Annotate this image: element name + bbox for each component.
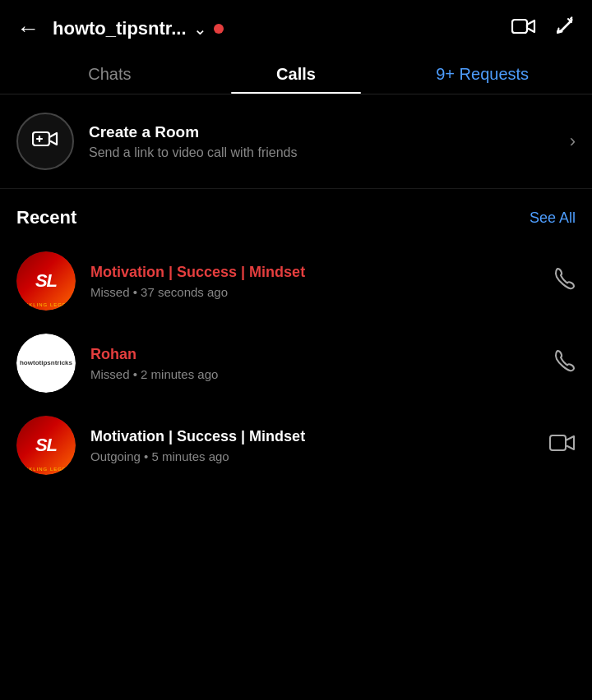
call-item-1[interactable]: SL SPARKLING LEGENDS Motivation | Succes…	[0, 240, 592, 322]
call-item-3[interactable]: SL SPARKLING LEGENDS Motivation | Succes…	[0, 404, 592, 486]
call-info-1: Motivation | Success | Mindset Missed • …	[90, 264, 544, 299]
call-meta-1: Missed • 37 seconds ago	[90, 285, 544, 299]
avatar-1: SL SPARKLING LEGENDS	[16, 251, 76, 311]
phone-icon-1[interactable]	[553, 267, 576, 296]
create-room-chevron-icon: ›	[570, 131, 576, 152]
create-room-title: Create a Room	[89, 123, 562, 141]
call-name-3: Motivation | Success | Mindset	[90, 428, 541, 445]
create-room-icon-wrap	[16, 113, 74, 170]
avatar-3: SL SPARKLING LEGENDS	[16, 416, 76, 475]
create-room-video-icon	[32, 129, 58, 154]
call-name-2: Rohan	[90, 346, 544, 363]
tab-chats[interactable]: Chats	[16, 53, 203, 94]
edit-icon[interactable]	[554, 15, 576, 42]
create-room-item[interactable]: Create a Room Send a link to video call …	[0, 94, 592, 189]
call-meta-3: Outgoing • 5 minutes ago	[90, 449, 541, 463]
chevron-down-icon[interactable]: ⌄	[193, 19, 207, 39]
recent-title: Recent	[16, 207, 76, 228]
tab-calls[interactable]: Calls	[203, 53, 390, 94]
create-room-subtitle: Send a link to video call with friends	[89, 145, 562, 160]
header-actions	[511, 15, 576, 42]
call-info-2: Rohan Missed • 2 minutes ago	[90, 346, 544, 381]
call-item-2[interactable]: howtotipsntricks Rohan Missed • 2 minute…	[0, 322, 592, 404]
create-room-text: Create a Room Send a link to video call …	[89, 123, 562, 160]
header-title-group: howto_tipsntr... ⌄	[53, 18, 502, 39]
call-meta-2: Missed • 2 minutes ago	[90, 367, 544, 381]
tabs-bar: Chats Calls 9+ Requests	[0, 53, 592, 94]
header-username: howto_tipsntr...	[53, 18, 187, 39]
avatar-howto-1: howtotipsntricks	[16, 334, 76, 393]
tab-requests[interactable]: 9+ Requests	[389, 53, 576, 94]
avatar-2: howtotipsntricks	[16, 334, 76, 393]
status-dot	[214, 24, 224, 34]
svg-rect-0	[512, 20, 527, 33]
see-all-button[interactable]: See All	[530, 210, 576, 227]
phone-icon-2[interactable]	[553, 349, 576, 378]
header: ← howto_tipsntr... ⌄	[0, 0, 592, 53]
svg-rect-4	[550, 435, 566, 450]
avatar-sl-1: SL SPARKLING LEGENDS	[16, 251, 76, 311]
back-button[interactable]: ←	[16, 16, 39, 42]
video-call-icon[interactable]	[511, 16, 536, 41]
video-icon-3[interactable]	[549, 433, 576, 458]
call-info-3: Motivation | Success | Mindset Outgoing …	[90, 428, 541, 463]
call-name-1: Motivation | Success | Mindset	[90, 264, 544, 281]
recent-header: Recent See All	[0, 189, 592, 240]
avatar-sl-2: SL SPARKLING LEGENDS	[16, 416, 76, 475]
